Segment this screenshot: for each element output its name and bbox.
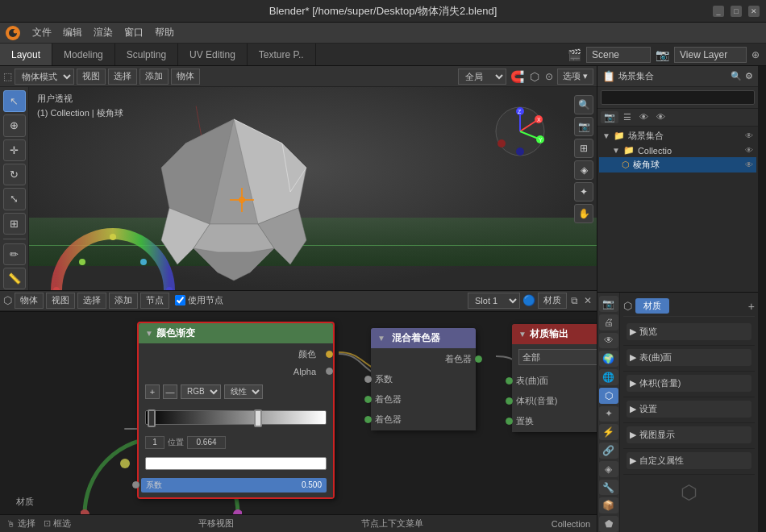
volume-header[interactable]: ▶ 体积(音量) bbox=[627, 375, 751, 392]
props-tab-render[interactable]: 📷 bbox=[599, 296, 618, 312]
props-tab-physics[interactable]: ⚡ bbox=[599, 424, 618, 440]
collection-eye-icon[interactable]: 👁 bbox=[745, 131, 753, 140]
outliner-collection[interactable]: ▼ 📁 Collectio 👁 bbox=[599, 143, 756, 157]
menu-edit[interactable]: 编辑 bbox=[58, 24, 87, 41]
props-tab-constraints[interactable]: 🔗 bbox=[599, 443, 618, 459]
vl-icon1[interactable]: 📷 bbox=[601, 111, 618, 123]
viewport-mode-btn[interactable]: 选项 ▾ bbox=[557, 69, 593, 85]
surface-header[interactable]: ▶ 表(曲)面 bbox=[627, 349, 751, 366]
tool-annotate[interactable]: ✏ bbox=[3, 243, 26, 265]
colorramp-add-btn[interactable]: + bbox=[145, 384, 160, 399]
viewlayer-selector[interactable] bbox=[674, 47, 747, 63]
outliner-scene-collection[interactable]: ▼ 📁 场景集合 👁 bbox=[599, 128, 756, 143]
custom-header[interactable]: ▶ 自定义属性 bbox=[627, 452, 751, 469]
matout-type-select[interactable]: 全部 bbox=[518, 349, 597, 365]
tool-move[interactable]: ✛ bbox=[3, 139, 26, 161]
copy-btn[interactable]: ⧉ bbox=[569, 293, 580, 308]
color-output-socket[interactable] bbox=[326, 351, 333, 358]
colorramp-handle-left[interactable] bbox=[148, 409, 156, 427]
scene-selector[interactable] bbox=[586, 47, 651, 63]
overlays-btn[interactable]: ⊙ bbox=[543, 71, 555, 82]
tool-measure[interactable]: 📏 bbox=[3, 268, 26, 289]
outliner-filter-icon[interactable]: ⚙ bbox=[745, 71, 753, 81]
matout-collapse[interactable]: ▼ bbox=[518, 330, 527, 339]
props-tab-particles[interactable]: ✦ bbox=[599, 406, 618, 422]
gizmo[interactable]: Z X Y bbox=[492, 103, 548, 160]
viewport-view-select[interactable]: 全局 bbox=[458, 69, 506, 85]
node-mix-collapse[interactable]: ▼ bbox=[377, 334, 385, 343]
add-menu-btn[interactable]: 添加 bbox=[139, 69, 169, 85]
tool-select[interactable]: ↖ bbox=[3, 90, 26, 112]
tool-transform[interactable]: ⊞ bbox=[3, 213, 26, 235]
object-mode-select[interactable]: 物体模式 bbox=[15, 69, 74, 85]
object-eye[interactable]: 👁 bbox=[745, 160, 753, 169]
props-tab-world[interactable]: 🌐 bbox=[599, 369, 618, 385]
zoom-btn[interactable]: 🔍 bbox=[574, 95, 593, 114]
menu-render[interactable]: 渲染 bbox=[89, 24, 118, 41]
props-tab-material[interactable]: ⬡ bbox=[599, 388, 618, 404]
colorramp-remove-btn[interactable]: — bbox=[163, 384, 177, 399]
colorramp-mode-select[interactable]: RGB bbox=[181, 384, 221, 399]
node-view-btn[interactable]: 视图 bbox=[46, 293, 75, 309]
use-nodes-checkbox[interactable] bbox=[175, 295, 185, 305]
tab-sculpting[interactable]: Sculpting bbox=[115, 44, 178, 65]
view-menu-btn[interactable]: 视图 bbox=[77, 69, 106, 85]
colorramp-index-input[interactable] bbox=[145, 436, 164, 449]
material-name-btn[interactable]: 材质 bbox=[635, 298, 669, 314]
node-add-btn[interactable]: 添加 bbox=[109, 293, 138, 309]
tab-uv-editing[interactable]: UV Editing bbox=[178, 44, 248, 65]
viewport-shading-btn[interactable]: ⬡ bbox=[528, 70, 541, 83]
props-tab-output[interactable]: 🖨 bbox=[599, 314, 618, 330]
viewport-header[interactable]: ▶ 视图显示 bbox=[627, 426, 751, 443]
tool-rotate[interactable]: ↻ bbox=[3, 164, 26, 185]
add-viewlayer-button[interactable]: ⊕ bbox=[751, 49, 760, 60]
tab-modeling[interactable]: Modeling bbox=[52, 44, 115, 65]
node-colorramp-header[interactable]: ▼ 颜色渐变 bbox=[139, 323, 333, 343]
vl-icon3[interactable]: 👁 bbox=[636, 111, 652, 123]
tab-texture-paint[interactable]: Texture P.. bbox=[248, 44, 316, 65]
object-menu-btn[interactable]: 物体 bbox=[171, 69, 200, 85]
colorramp-collapse-icon[interactable]: ▼ bbox=[145, 329, 153, 338]
node-mix-header[interactable]: ▼ 混合着色器 bbox=[371, 328, 476, 348]
outliner-search-icon[interactable]: 🔍 bbox=[731, 71, 742, 81]
node-matout-header[interactable]: ▼ 材质输出 bbox=[512, 324, 597, 344]
select-menu-btn[interactable]: 选择 bbox=[108, 69, 137, 85]
props-tab-data[interactable]: ◈ bbox=[599, 461, 618, 477]
node-select-btn[interactable]: 选择 bbox=[77, 293, 106, 309]
minimize-button[interactable]: _ bbox=[713, 6, 724, 17]
alpha-output-socket[interactable] bbox=[326, 368, 333, 375]
settings-header[interactable]: ▶ 设置 bbox=[627, 401, 751, 418]
wireframe-btn[interactable]: ◈ bbox=[574, 160, 593, 180]
close-button[interactable]: ✕ bbox=[748, 6, 760, 17]
mat-add-btn[interactable]: + bbox=[748, 300, 755, 313]
props-tab-view[interactable]: 👁 bbox=[599, 333, 618, 349]
snap-btn[interactable]: 🧲 bbox=[509, 70, 526, 83]
vl-icon2[interactable]: ☰ bbox=[620, 111, 635, 123]
mix-shader1-input[interactable] bbox=[364, 396, 372, 403]
node-node-btn[interactable]: 节点 bbox=[140, 293, 169, 309]
menu-window[interactable]: 窗口 bbox=[119, 24, 148, 41]
vl-icon4[interactable]: 👁 bbox=[653, 111, 668, 123]
node-object-btn[interactable]: 物体 bbox=[15, 293, 44, 309]
colorramp-color-swatch[interactable] bbox=[145, 457, 327, 470]
coeff-input-socket[interactable] bbox=[132, 481, 139, 488]
menu-help[interactable]: 帮助 bbox=[150, 24, 179, 41]
matout-displace-input[interactable] bbox=[506, 418, 513, 425]
mix-shader-output-socket[interactable] bbox=[475, 355, 482, 363]
mix-coeff-input[interactable] bbox=[364, 376, 372, 383]
outliner-object[interactable]: ⬡ 棱角球 👁 bbox=[599, 157, 756, 172]
tab-layout[interactable]: Layout bbox=[0, 44, 52, 65]
maximize-button[interactable]: □ bbox=[731, 6, 742, 17]
matout-volume-input[interactable] bbox=[506, 397, 513, 405]
slot-select[interactable]: Slot 1 bbox=[468, 293, 520, 309]
delete-btn[interactable]: ✕ bbox=[582, 293, 593, 308]
colorramp-interpolation-select[interactable]: 线性 bbox=[224, 384, 263, 399]
grid-btn[interactable]: ⊞ bbox=[574, 139, 593, 158]
outliner-search[interactable] bbox=[601, 90, 755, 105]
menu-file[interactable]: 文件 bbox=[27, 24, 56, 41]
props-tab-object[interactable]: 📦 bbox=[599, 497, 618, 513]
props-tab-scene[interactable]: 🌍 bbox=[599, 351, 618, 367]
mix-shader2-input[interactable] bbox=[364, 416, 372, 423]
pan-btn[interactable]: ✋ bbox=[574, 204, 593, 223]
colorramp-handle-right[interactable] bbox=[254, 409, 262, 427]
